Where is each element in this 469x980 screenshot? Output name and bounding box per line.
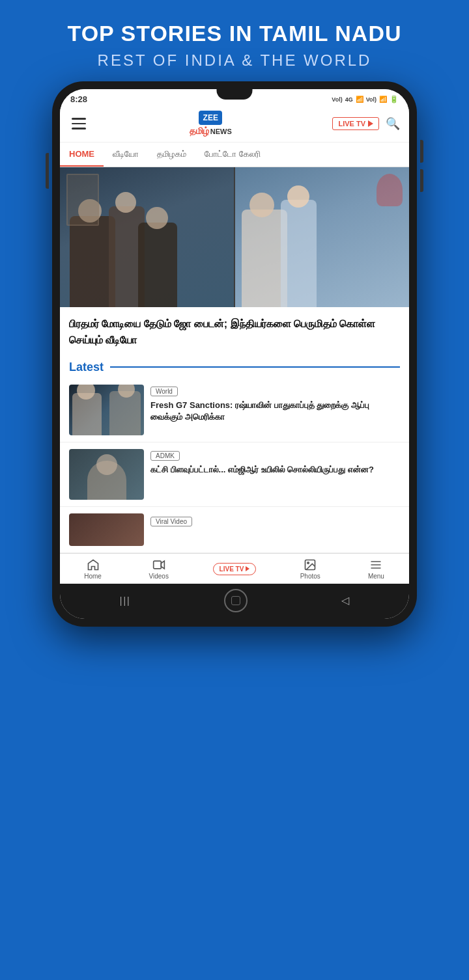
phone-screen: 8:28 Vol) 4G 📶 Vol) 📶 🔋 bbox=[60, 89, 409, 619]
recent-apps-icon[interactable]: ||| bbox=[120, 595, 131, 606]
home-circle-button[interactable] bbox=[224, 589, 248, 612]
latest-header: Latest bbox=[60, 355, 409, 378]
news-item-3[interactable]: Viral Video bbox=[60, 507, 409, 553]
bottom-nav-videos[interactable]: Videos bbox=[126, 557, 192, 581]
network-4g: 4G bbox=[345, 96, 353, 103]
news-content-2: ADMK கட்சி பிளவுப்பட்டால்... எம்ஜிஆர் உய… bbox=[150, 449, 400, 500]
tab-photo-gallery[interactable]: போட்டோ கேலரி bbox=[195, 143, 270, 167]
photos-icon bbox=[304, 558, 317, 571]
bottom-nav-menu[interactable]: Menu bbox=[343, 557, 409, 581]
video-icon bbox=[152, 558, 165, 571]
bottom-nav-videos-label: Videos bbox=[149, 573, 168, 580]
hero-image-left bbox=[60, 167, 234, 307]
logo-tamil-news: தமிழ் NEWS bbox=[190, 126, 232, 137]
notch bbox=[217, 89, 253, 100]
hero-image bbox=[60, 167, 409, 307]
hero-image-right bbox=[235, 167, 409, 307]
zee-badge: ZEE bbox=[199, 111, 222, 125]
logo-tamil: தமிழ் bbox=[190, 126, 209, 137]
hero-title: பிரதமர் மோடியை தேடும் ஜோ பைடன்; இந்தியர்… bbox=[69, 316, 400, 349]
back-icon[interactable]: ◁ bbox=[341, 594, 349, 606]
hamburger-line2 bbox=[72, 123, 86, 125]
volume-up-button[interactable] bbox=[420, 140, 423, 163]
news-thumb-1 bbox=[69, 385, 144, 435]
phone-system-nav: ||| ◁ bbox=[60, 584, 409, 619]
hamburger-line3 bbox=[72, 128, 86, 129]
news-item-2[interactable]: ADMK கட்சி பிளவுப்பட்டால்... எம்ஜிஆர் உய… bbox=[60, 442, 409, 507]
header-right: LIVE TV 🔍 bbox=[332, 116, 400, 131]
bottom-nav-live[interactable]: LIVE TV bbox=[192, 562, 277, 577]
news-title-1: Fresh G7 Sanctions: ரஷ்யாவின் பாதுகாப்பு… bbox=[150, 400, 400, 424]
news-tag-2: ADMK bbox=[150, 451, 180, 461]
page-header: TOP STORIES IN TAMIL NADU REST OF INDIA … bbox=[0, 0, 469, 81]
page-title-line1: TOP STORIES IN TAMIL NADU bbox=[20, 21, 449, 46]
logo-news: NEWS bbox=[210, 128, 232, 135]
zee-label: ZEE bbox=[203, 113, 218, 122]
news-content-3: Viral Video bbox=[150, 513, 400, 546]
status-time: 8:28 bbox=[70, 94, 87, 104]
news-content-1: World Fresh G7 Sanctions: ரஷ்யாவின் பாது… bbox=[150, 385, 400, 435]
app-header: ZEE தமிழ் NEWS LIVE TV 🔍 bbox=[60, 107, 409, 143]
bottom-nav-photos-label: Photos bbox=[300, 573, 320, 580]
status-icons: Vol) 4G 📶 Vol) 📶 🔋 bbox=[332, 95, 399, 103]
news-thumb-2 bbox=[69, 449, 144, 500]
menu-icon bbox=[369, 558, 382, 571]
bottom-nav-home[interactable]: Home bbox=[60, 557, 126, 581]
nav-tabs: HOME வீடியோ தமிழகம் போட்டோ கேலரி bbox=[60, 143, 409, 167]
hamburger-menu[interactable] bbox=[69, 115, 89, 132]
latest-divider bbox=[110, 366, 400, 368]
live-tv-button[interactable]: LIVE TV bbox=[332, 117, 379, 130]
hero-caption: பிரதமர் மோடியை தேடும் ஜோ பைடன்; இந்தியர்… bbox=[60, 307, 409, 355]
news-thumb-3 bbox=[69, 513, 144, 546]
page-background: TOP STORIES IN TAMIL NADU REST OF INDIA … bbox=[0, 0, 469, 980]
bottom-nav-photos[interactable]: Photos bbox=[277, 557, 343, 581]
hamburger-line1 bbox=[72, 118, 86, 120]
svg-rect-0 bbox=[153, 561, 161, 569]
volume-down-button[interactable] bbox=[420, 169, 423, 192]
signal-bars: 📶 bbox=[356, 96, 363, 103]
tab-tamilakam[interactable]: தமிழகம் bbox=[148, 143, 195, 167]
news-tag-3: Viral Video bbox=[150, 517, 192, 526]
battery-icon: 🔋 bbox=[390, 95, 399, 103]
news-title-2: கட்சி பிளவுப்பட்டால்... எம்ஜிஆர் உயிலில்… bbox=[150, 464, 400, 476]
play-triangle bbox=[368, 120, 373, 127]
page-title-line2: REST OF INDIA & THE WORLD bbox=[20, 51, 449, 70]
signal-icon2: Vol) bbox=[366, 96, 377, 103]
live-tv-label: LIVE TV bbox=[338, 120, 365, 128]
home-icon bbox=[87, 558, 100, 571]
tab-home[interactable]: HOME bbox=[60, 143, 104, 167]
bottom-nav-home-label: Home bbox=[84, 573, 102, 580]
signal-bars2: 📶 bbox=[379, 96, 387, 103]
signal-icon: Vol) bbox=[332, 96, 342, 103]
live-tv-bottom-label: LIVE TV bbox=[220, 565, 244, 573]
power-button[interactable] bbox=[46, 153, 49, 189]
svg-point-2 bbox=[307, 562, 309, 564]
news-tag-1: World bbox=[150, 387, 178, 396]
live-tv-bottom-btn[interactable]: LIVE TV bbox=[213, 563, 257, 575]
live-play-icon bbox=[246, 566, 249, 571]
phone-frame: 8:28 Vol) 4G 📶 Vol) 📶 🔋 bbox=[52, 81, 417, 627]
search-button[interactable]: 🔍 bbox=[386, 116, 400, 131]
latest-title: Latest bbox=[69, 361, 104, 374]
tab-video[interactable]: வீடியோ bbox=[104, 143, 148, 167]
bottom-nav: Home Videos LIVE TV bbox=[60, 553, 409, 584]
logo-area: ZEE தமிழ் NEWS bbox=[190, 111, 232, 137]
news-item-1[interactable]: World Fresh G7 Sanctions: ரஷ்யாவின் பாது… bbox=[60, 378, 409, 442]
bottom-nav-menu-label: Menu bbox=[368, 573, 384, 580]
